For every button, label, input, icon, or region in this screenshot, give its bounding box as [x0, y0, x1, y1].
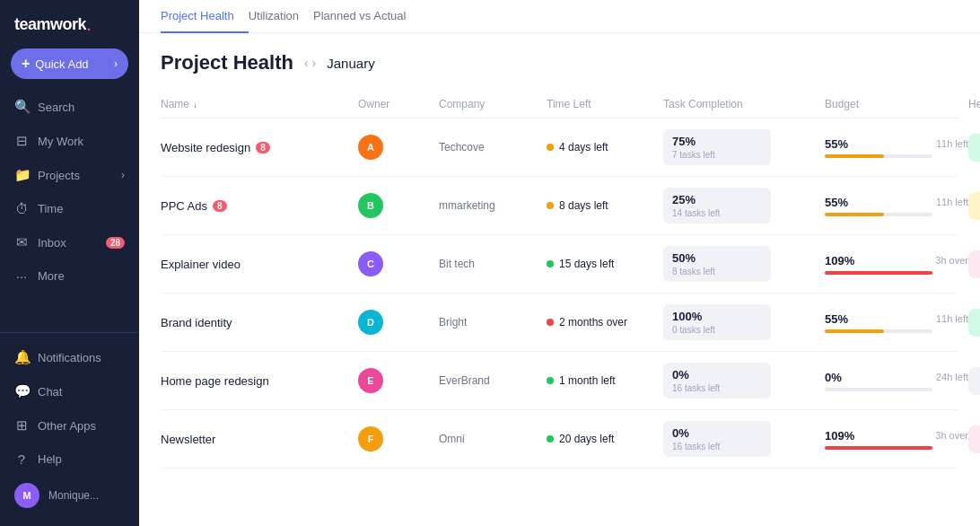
budget-bar-track [825, 329, 932, 333]
budget-percent: 55% [825, 196, 848, 209]
user-profile[interactable]: M Monique... [0, 476, 139, 515]
sidebar-item-label: My Work [38, 135, 83, 148]
sidebar-item-inbox[interactable]: ✉ Inbox 28 [0, 225, 139, 259]
search-icon: 🔍 [14, 99, 29, 115]
sidebar-item-notifications[interactable]: 🔔 Notifications [0, 340, 139, 374]
budget-cell: 55% 11h left [825, 196, 968, 216]
health-badge[interactable]: Good ▾ [968, 309, 980, 337]
top-tabs: Project Health Utilization Planned vs Ac… [139, 0, 980, 33]
sidebar-item-other-apps[interactable]: ⊞ Other Apps [0, 408, 139, 443]
health-badge[interactable]: Not set ▾ [968, 367, 980, 395]
tab-utilization[interactable]: Utilization [249, 0, 313, 33]
task-percent: 0% [672, 426, 762, 440]
tab-planned-vs-actual[interactable]: Planned vs Actual [313, 0, 420, 33]
budget-cell: 55% 11h left [825, 137, 968, 158]
budget-percent: 55% [825, 137, 848, 151]
budget-right-label: 11h left [936, 197, 968, 207]
tab-project-health[interactable]: Project Health [161, 0, 249, 33]
apps-icon: ⊞ [14, 417, 29, 434]
budget-percent: 0% [825, 371, 842, 384]
budget-cell: 0% 24h left [825, 371, 968, 391]
sidebar-item-search[interactable]: 🔍 Search [0, 90, 139, 124]
health-badge[interactable]: Needs attention ▾ [968, 425, 980, 453]
budget-right-label: 11h left [936, 138, 968, 149]
budget-cell: 109% 3h over [825, 429, 968, 450]
budget-cell: 109% 3h over [825, 254, 968, 275]
task-sub: 0 tasks left [672, 325, 762, 335]
next-month-button[interactable]: › [312, 56, 317, 70]
budget-right-label: 3h over [935, 255, 968, 266]
budget-top: 55% 11h left [825, 196, 968, 209]
budget-bar-fill [825, 271, 932, 275]
owner-avatar: A [358, 135, 383, 160]
logo: teamwork. [0, 0, 139, 45]
sidebar-item-label: Other Apps [38, 419, 96, 433]
sidebar-item-more[interactable]: ··· More [0, 259, 139, 293]
sidebar-nav: 🔍 Search ⊟ My Work 📁 Projects › ⏱ Time ✉… [0, 86, 139, 526]
prev-month-button[interactable]: ‹ [304, 56, 309, 70]
sidebar-item-label: Projects [38, 169, 80, 182]
chat-icon: 💬 [14, 383, 29, 399]
project-name: Home page redesign [161, 374, 358, 388]
th-owner: Owner [358, 98, 439, 110]
health-badge[interactable]: At risk ▾ [968, 192, 980, 220]
task-completion: 0% 16 tasks left [663, 421, 771, 457]
page-title: Project Health [161, 51, 293, 75]
th-task-completion: Task Completion [663, 98, 825, 110]
budget-top: 109% 3h over [825, 429, 968, 443]
budget-top: 0% 24h left [825, 371, 968, 384]
budget-bar-fill [825, 154, 884, 158]
task-completion: 25% 14 tasks left [663, 188, 771, 224]
task-sub: 14 tasks left [672, 208, 762, 218]
time-left-label: 20 days left [559, 433, 614, 445]
time-dot [547, 319, 554, 326]
sidebar-item-my-work[interactable]: ⊟ My Work [0, 124, 139, 158]
time-left: 4 days left [547, 141, 663, 153]
logo-text: teamwork [14, 15, 86, 34]
budget-percent: 55% [825, 312, 848, 326]
month-nav: ‹ › [304, 56, 316, 70]
inbox-icon: ✉ [14, 234, 29, 250]
health-badge[interactable]: Good ▾ [968, 134, 980, 162]
owner-avatar: B [358, 193, 383, 218]
time-left: 20 days left [547, 433, 663, 445]
sidebar-item-label: More [38, 269, 65, 283]
sidebar-item-label: Time [38, 202, 63, 215]
owner-cell: D [358, 310, 439, 335]
project-name: Newsletter [161, 433, 358, 446]
owner-avatar: D [358, 310, 383, 335]
budget-right-label: 3h over [935, 430, 968, 441]
time-dot [547, 144, 554, 151]
table-row: Newsletter F Omni 20 days left 0% 16 tas… [161, 410, 958, 469]
task-sub: 16 tasks left [672, 383, 762, 393]
task-completion: 0% 16 tasks left [663, 363, 771, 399]
owner-cell: C [358, 251, 439, 276]
th-name[interactable]: Name ↓ [161, 98, 358, 110]
budget-top: 55% 11h left [825, 137, 968, 151]
sidebar-item-help[interactable]: ? Help [0, 443, 139, 476]
sidebar-item-label: Help [38, 452, 62, 466]
task-completion: 75% 7 tasks left [663, 129, 771, 165]
sidebar-item-label: Chat [38, 385, 62, 399]
sidebar-item-time[interactable]: ⏱ Time [0, 192, 139, 225]
chevron-right-icon: › [114, 57, 118, 70]
sidebar-item-projects[interactable]: 📁 Projects › [0, 158, 139, 192]
sidebar-item-chat[interactable]: 💬 Chat [0, 374, 139, 408]
time-left-label: 8 days left [559, 199, 608, 212]
sidebar: teamwork. + Quick Add › 🔍 Search ⊟ My Wo… [0, 0, 139, 526]
folder-icon: 📁 [14, 167, 29, 183]
budget-bar-track [825, 446, 932, 450]
plus-icon: + [22, 56, 30, 72]
budget-bar-track [825, 271, 932, 275]
time-left: 8 days left [547, 199, 663, 212]
th-budget: Budget [825, 98, 968, 110]
bell-icon: 🔔 [14, 349, 29, 365]
time-left: 15 days left [547, 258, 663, 270]
page-header: Project Health ‹ › January [161, 51, 958, 75]
time-dot [547, 435, 554, 443]
sort-icon: ↓ [193, 100, 197, 110]
health-badge[interactable]: Needs attention ▾ [968, 250, 980, 278]
chevron-right-icon: › [121, 169, 125, 181]
company-name: EverBrand [439, 374, 547, 387]
quick-add-button[interactable]: + Quick Add › [11, 48, 128, 79]
